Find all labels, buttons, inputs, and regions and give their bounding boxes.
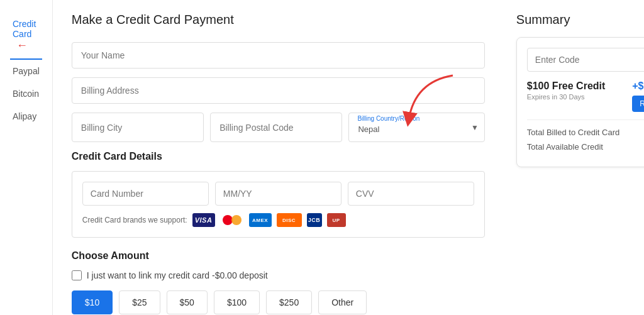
credit-title: $100 Free Credit: [527, 80, 606, 92]
sidebar-item-credit-card[interactable]: Credit Card ←: [10, 13, 42, 60]
sidebar-paypal-label: Paypal: [13, 66, 40, 76]
sidebar-item-alipay[interactable]: Alipay: [10, 105, 42, 128]
card-details-box: Credit Card brands we support: VISA AMEX…: [72, 171, 485, 238]
summary-divider: [527, 119, 644, 120]
total-credit-label: Total Available Credit: [527, 142, 603, 152]
visa-icon: VISA: [192, 213, 215, 227]
main-content: Make a Credit Card Payment Billing Count…: [53, 0, 504, 315]
sidebar-item-bitcoin[interactable]: Bitcoin: [10, 82, 42, 105]
unionpay-icon: UP: [327, 213, 346, 227]
amount-buttons: $10 $25 $50 $100 $250 Other: [72, 290, 485, 314]
summary-title: Summary: [516, 13, 644, 27]
your-name-group: [72, 42, 485, 69]
sidebar-alipay-label: Alipay: [13, 111, 36, 121]
credit-amount: +$100.00: [632, 80, 644, 92]
card-details-title: Credit Card Details: [72, 151, 485, 162]
amount-btn-100[interactable]: $100: [214, 290, 260, 314]
amount-btn-50[interactable]: $50: [167, 290, 208, 314]
billing-address-input[interactable]: [72, 77, 485, 104]
arrow-indicator: ←: [16, 39, 28, 52]
credit-expires: Expires in 30 Days: [527, 93, 606, 101]
page-title: Make a Credit Card Payment: [72, 13, 485, 27]
card-brands-row: Credit Card brands we support: VISA AMEX…: [82, 213, 474, 227]
link-card-checkbox[interactable]: [72, 270, 82, 280]
discover-icon: DISC: [277, 213, 302, 227]
sidebar-item-paypal[interactable]: Paypal: [10, 60, 42, 82]
amount-btn-250[interactable]: $250: [266, 290, 312, 314]
billing-city-input[interactable]: [72, 113, 204, 142]
choose-amount-title: Choose Amount: [72, 250, 485, 262]
card-inputs-row: [82, 182, 474, 206]
mm-yy-input[interactable]: [215, 182, 341, 206]
remove-button[interactable]: Remove: [632, 96, 644, 112]
sidebar: Credit Card ← Paypal Bitcoin Alipay: [0, 0, 53, 315]
total-billed-label: Total Billed to Credit Card: [527, 128, 619, 137]
summary-card: Apply $100 Free Credit Expires in 30 Day…: [516, 37, 644, 167]
credit-amount-wrapper: +$100.00 Remove: [632, 80, 644, 112]
amount-btn-25[interactable]: $25: [119, 290, 160, 314]
city-postal-country-row: Billing Country/Region Nepal ▼: [72, 113, 485, 142]
mastercard-icon: [220, 213, 244, 227]
amex-icon: AMEX: [249, 213, 272, 227]
sidebar-credit-card-label: Credit Card: [13, 19, 36, 39]
billing-address-group: [72, 77, 485, 104]
total-credit-row: Total Available Credit $110.00: [527, 142, 644, 152]
page-container: Credit Card ← Paypal Bitcoin Alipay Make…: [0, 0, 644, 315]
your-name-input[interactable]: [72, 42, 485, 69]
total-billed-row: Total Billed to Credit Card +$10.00: [527, 128, 644, 137]
link-card-label: I just want to link my credit card -$0.0…: [87, 270, 268, 280]
link-checkbox-row: I just want to link my credit card -$0.0…: [72, 270, 485, 280]
billing-country-label: Billing Country/Region: [357, 115, 419, 122]
promo-code-input[interactable]: [527, 48, 644, 72]
amount-btn-other[interactable]: Other: [318, 290, 367, 314]
billing-country-wrapper: Billing Country/Region Nepal ▼: [348, 113, 484, 142]
sidebar-bitcoin-label: Bitcoin: [13, 89, 39, 99]
credit-banner: $100 Free Credit Expires in 30 Days +$10…: [527, 80, 644, 112]
credit-info: $100 Free Credit Expires in 30 Days: [527, 80, 606, 101]
cvv-input[interactable]: [348, 182, 474, 206]
summary-panel: Summary Apply $100 Free Credit Expires i…: [504, 0, 644, 315]
card-brands-label: Credit Card brands we support:: [82, 216, 187, 224]
jcb-icon: JCB: [307, 213, 322, 227]
amount-btn-10[interactable]: $10: [72, 290, 113, 314]
card-number-input[interactable]: [82, 182, 209, 206]
promo-row: Apply: [527, 48, 644, 72]
billing-postal-input[interactable]: [210, 113, 342, 142]
